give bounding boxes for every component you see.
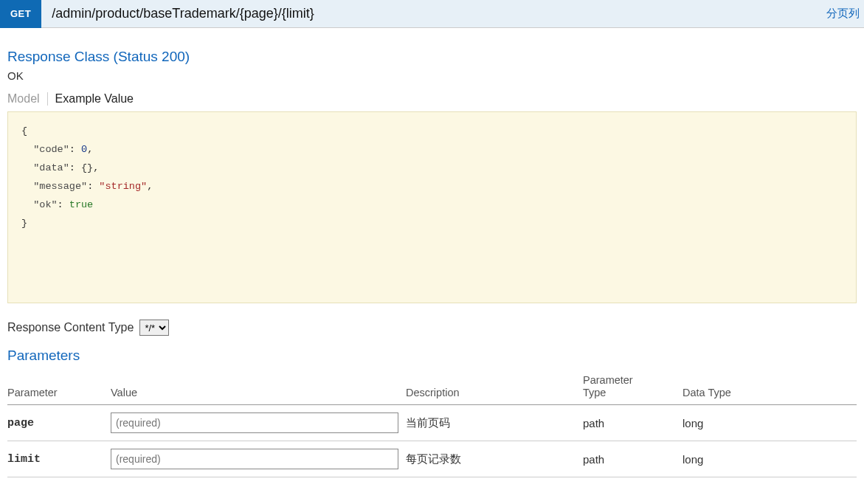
operation-header[interactable]: GET /admin/product/baseTrademark/{page}/… bbox=[0, 0, 864, 28]
response-tabs: Model Example Value bbox=[7, 92, 857, 106]
pagination-link[interactable]: 分页列 bbox=[826, 7, 864, 21]
param-name: page bbox=[7, 405, 111, 441]
table-row: limit 每页记录数 path long bbox=[7, 441, 857, 477]
response-status-text: OK bbox=[7, 69, 857, 82]
param-value-input-page[interactable] bbox=[111, 412, 398, 433]
param-value-input-limit[interactable] bbox=[111, 449, 398, 469]
json-key: "ok" bbox=[33, 199, 57, 210]
param-type: path bbox=[583, 405, 682, 441]
col-header-line: Parameter bbox=[583, 374, 633, 386]
col-header-value: Value bbox=[111, 368, 406, 405]
col-header-parameter-type: Parameter Type bbox=[583, 368, 682, 405]
response-class-title: Response Class (Status 200) bbox=[7, 49, 857, 65]
json-value: 0 bbox=[81, 144, 87, 155]
json-key: "data" bbox=[33, 162, 69, 173]
param-type: path bbox=[583, 441, 682, 477]
param-description: 每页记录数 bbox=[406, 441, 583, 477]
col-header-parameter: Parameter bbox=[7, 368, 111, 405]
json-key: "code" bbox=[33, 144, 69, 155]
param-description: 当前页码 bbox=[406, 405, 583, 441]
json-value: {} bbox=[81, 162, 93, 173]
endpoint-path: /admin/product/baseTrademark/{page}/{lim… bbox=[41, 6, 826, 21]
col-header-data-type: Data Type bbox=[682, 368, 857, 405]
example-value-json[interactable]: { "code": 0, "data": {}, "message": "str… bbox=[7, 111, 857, 303]
param-data-type: long bbox=[682, 405, 857, 441]
table-row: page 当前页码 path long bbox=[7, 405, 857, 441]
response-content-type-label: Response Content Type bbox=[7, 321, 134, 334]
json-key: "message" bbox=[33, 181, 87, 192]
param-data-type: long bbox=[682, 441, 857, 477]
json-value: "string" bbox=[99, 181, 147, 192]
parameters-title: Parameters bbox=[7, 348, 857, 364]
parameters-table: Parameter Value Description Parameter Ty… bbox=[7, 368, 857, 477]
json-value: true bbox=[69, 199, 93, 210]
tab-model[interactable]: Model bbox=[7, 92, 48, 106]
param-name: limit bbox=[7, 441, 111, 477]
col-header-line: Type bbox=[583, 387, 606, 398]
tab-example-value[interactable]: Example Value bbox=[48, 92, 134, 106]
response-content-type-select[interactable]: */* bbox=[139, 320, 169, 336]
http-method-badge: GET bbox=[0, 0, 41, 28]
col-header-description: Description bbox=[406, 368, 583, 405]
